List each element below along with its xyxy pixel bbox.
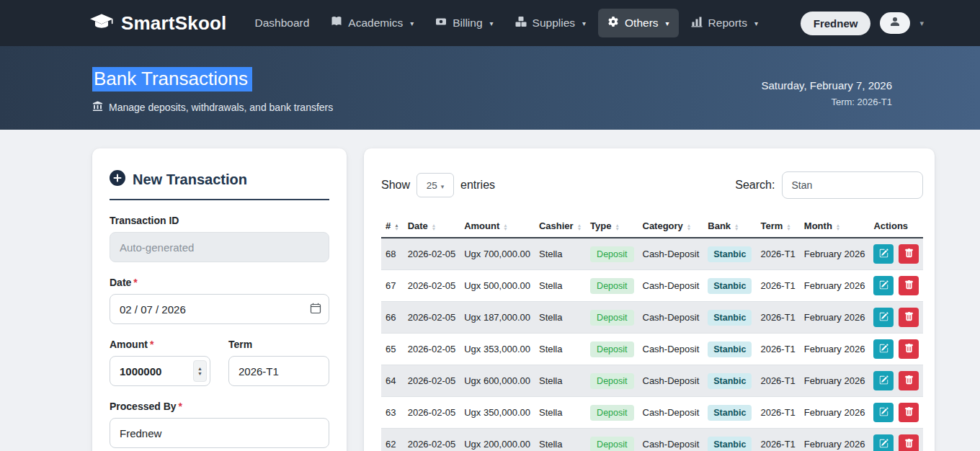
- sort-icon: ▲▼: [687, 223, 691, 231]
- term-field[interactable]: [228, 356, 329, 386]
- nav-item-supplies[interactable]: Supplies ▾: [506, 9, 596, 37]
- delete-button[interactable]: [899, 276, 919, 295]
- deposit-badge: Deposit: [590, 437, 633, 451]
- cell-type: Deposit: [586, 397, 638, 429]
- cell-id: 62: [381, 429, 404, 451]
- cell-month: February 2026: [800, 302, 870, 334]
- trash-icon: [904, 344, 914, 355]
- column-header-bank[interactable]: Bank▲▼: [703, 218, 756, 238]
- calendar-icon[interactable]: [310, 303, 321, 317]
- delete-button[interactable]: [899, 339, 919, 359]
- chevron-down-icon[interactable]: ▾: [919, 19, 924, 28]
- pencil-icon: [879, 375, 888, 387]
- table-row: 622026-02-05Ugx 200,000.00StellaDepositC…: [381, 429, 923, 451]
- page-title: Bank Transactions: [92, 67, 252, 91]
- date-field[interactable]: [110, 294, 329, 324]
- column-header-cashier[interactable]: Cashier▲▼: [535, 218, 586, 238]
- nav-label: Others: [625, 17, 659, 30]
- cell-category: Cash-Deposit: [638, 302, 704, 334]
- entries-select-value: 25: [427, 180, 437, 191]
- edit-button[interactable]: [873, 434, 894, 451]
- transactions-tbody: 682026-02-05Ugx 700,000.00StellaDepositC…: [381, 238, 923, 451]
- nav-label: Reports: [708, 17, 747, 30]
- column-header-amount[interactable]: Amount▲▼: [460, 218, 535, 238]
- cell-amount: Ugx 353,000.00: [460, 334, 535, 365]
- edit-button[interactable]: [873, 371, 894, 390]
- table-controls: Show 25 ▾ entries Search:: [381, 171, 923, 199]
- nav-item-reports[interactable]: Reports ▾: [682, 9, 767, 37]
- transaction-id-field: [110, 232, 329, 262]
- gears-icon: [607, 16, 619, 30]
- amount-field-wrap: ▲▼: [110, 356, 210, 386]
- chevron-down-icon: ▾: [754, 19, 758, 27]
- delete-button[interactable]: [899, 371, 919, 390]
- date-label: Date*: [110, 277, 329, 288]
- pencil-icon: [879, 280, 888, 292]
- bank-badge: Stanbic: [708, 278, 752, 294]
- new-transaction-card: New Transaction Transaction ID Date*: [92, 148, 347, 451]
- main-content: New Transaction Transaction ID Date*: [0, 130, 980, 451]
- edit-button[interactable]: [873, 308, 894, 327]
- column-header-date[interactable]: Date▲▼: [404, 218, 460, 238]
- cell-category: Cash-Deposit: [638, 429, 704, 451]
- nav-item-academics[interactable]: Academics ▾: [321, 9, 423, 37]
- column-header-term[interactable]: Term▲▼: [756, 218, 799, 238]
- user-avatar-button[interactable]: [880, 12, 910, 34]
- trash-icon: [904, 407, 914, 419]
- nav-item-billing[interactable]: Billing ▾: [426, 9, 502, 37]
- column-header-id[interactable]: #▲▼: [381, 218, 404, 238]
- table-row: 632026-02-05Ugx 350,000.00StellaDepositC…: [381, 397, 923, 429]
- trash-icon: [904, 375, 914, 387]
- column-header-month[interactable]: Month▲▼: [800, 218, 870, 238]
- user-name-button[interactable]: Frednew: [801, 12, 871, 35]
- column-header-type[interactable]: Type▲▼: [586, 218, 638, 238]
- cell-bank: Stanbic: [703, 334, 756, 365]
- cell-amount: Ugx 350,000.00: [460, 397, 535, 429]
- amount-col: Amount* ▲▼: [110, 324, 210, 386]
- cell-month: February 2026: [800, 429, 870, 451]
- number-spinner[interactable]: ▲▼: [193, 360, 207, 382]
- table-header-row: #▲▼ Date▲▼ Amount▲▼ Cashier▲▼ Type▲▼ Cat…: [381, 218, 923, 238]
- transaction-id-label: Transaction ID: [110, 215, 329, 226]
- delete-button[interactable]: [899, 434, 919, 451]
- edit-button[interactable]: [873, 244, 894, 264]
- cell-amount: Ugx 187,000.00: [460, 302, 535, 334]
- sort-icon: ▲▼: [836, 223, 840, 231]
- cell-date: 2026-02-05: [404, 429, 460, 451]
- cell-actions: [869, 334, 923, 365]
- search-input[interactable]: [782, 171, 923, 199]
- column-header-category[interactable]: Category▲▼: [638, 218, 704, 238]
- deposit-badge: Deposit: [590, 405, 633, 421]
- nav-item-others[interactable]: Others ▾: [598, 9, 679, 37]
- processed-by-label: Processed By*: [110, 401, 329, 412]
- page-header: Bank Transactions Manage deposits, withd…: [0, 46, 980, 130]
- pencil-icon: [879, 439, 888, 450]
- nav-item-dashboard[interactable]: Dashboard: [246, 9, 319, 37]
- top-navbar: SmartSkool Dashboard Academics ▾ Billing…: [0, 0, 980, 46]
- delete-button[interactable]: [899, 244, 919, 264]
- processed-by-field[interactable]: [110, 418, 329, 448]
- delete-button[interactable]: [899, 403, 919, 422]
- nav-menu: Dashboard Academics ▾ Billing ▾ Supplies…: [246, 9, 767, 37]
- cell-cashier: Stella: [535, 397, 586, 429]
- entries-select[interactable]: 25 ▾: [416, 173, 454, 197]
- pencil-icon: [879, 312, 888, 323]
- delete-button[interactable]: [899, 308, 919, 327]
- cell-cashier: Stella: [535, 302, 586, 334]
- transactions-table-card: Show 25 ▾ entries Search: #▲▼ Date▲▼ Amo…: [364, 148, 935, 451]
- cell-term: 2026-T1: [756, 270, 799, 302]
- nav-label: Dashboard: [255, 17, 310, 30]
- amount-label: Amount*: [110, 339, 210, 350]
- deposit-badge: Deposit: [590, 246, 633, 262]
- brand-logo[interactable]: SmartSkool: [89, 12, 227, 35]
- cell-bank: Stanbic: [703, 302, 756, 334]
- trash-icon: [904, 312, 914, 323]
- edit-button[interactable]: [873, 403, 894, 422]
- edit-button[interactable]: [873, 276, 894, 295]
- cell-category: Cash-Deposit: [638, 397, 704, 429]
- cell-type: Deposit: [586, 365, 638, 397]
- trash-icon: [904, 280, 914, 292]
- edit-button[interactable]: [873, 339, 894, 359]
- search-label: Search:: [735, 179, 775, 192]
- cell-type: Deposit: [586, 334, 638, 365]
